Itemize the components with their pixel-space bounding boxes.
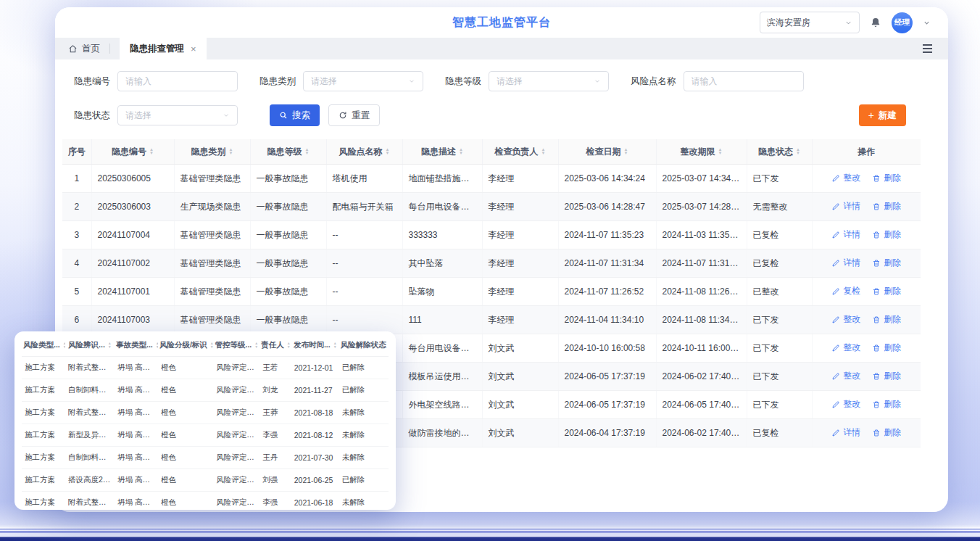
edit-action-link[interactable]: 详情 xyxy=(831,200,860,212)
hazard-level-select[interactable]: 请选择 xyxy=(489,71,609,91)
user-menu-chevron-icon[interactable] xyxy=(923,19,931,27)
edit-action-link[interactable]: 复检 xyxy=(831,285,860,297)
edit-action-link[interactable]: 整改 xyxy=(831,398,860,410)
hazard-cell: -- xyxy=(326,221,402,249)
column-header[interactable]: 整改期限▲▼ xyxy=(656,139,747,165)
sort-icon[interactable]: ▲▼ xyxy=(459,148,463,155)
column-header[interactable]: 隐患等级▲▼ xyxy=(250,139,326,165)
action-label: 删除 xyxy=(884,313,901,326)
hazard-status-select[interactable]: 请选择 xyxy=(117,105,238,125)
delete-action-link[interactable]: 删除 xyxy=(872,257,901,269)
column-header[interactable]: 事故类型...▲▼ xyxy=(115,334,158,357)
delete-action-link[interactable]: 删除 xyxy=(872,342,901,354)
risk-cell: 风险评定二级 xyxy=(213,447,259,469)
notification-bell-icon[interactable] xyxy=(870,17,881,28)
hazard-cell: 2024-11-07 11:31:34 xyxy=(656,249,747,278)
hazard-cell: 基础管理类隐患 xyxy=(174,306,250,334)
chevron-down-icon xyxy=(223,112,230,119)
sort-icon[interactable]: ▲▼ xyxy=(149,148,154,155)
delete-action-link[interactable]: 删除 xyxy=(872,313,901,326)
sort-icon[interactable]: ▲▼ xyxy=(156,342,158,348)
column-header[interactable]: 风险辨识...▲▼ xyxy=(65,334,115,357)
hazard-cell: 刘文武 xyxy=(482,334,558,363)
delete-action-link[interactable]: 删除 xyxy=(872,228,901,241)
sort-icon[interactable]: ▲▼ xyxy=(229,148,233,155)
sort-icon[interactable]: ▲▼ xyxy=(386,148,390,155)
column-header[interactable]: 隐患状态▲▼ xyxy=(747,139,812,165)
delete-action-link[interactable]: 删除 xyxy=(872,200,901,212)
edit-action-link[interactable]: 详情 xyxy=(831,426,860,439)
reset-button[interactable]: 重置 xyxy=(328,104,380,126)
hazard-code-input[interactable] xyxy=(117,71,238,91)
tab-bar: 首页 隐患排查管理 × xyxy=(55,38,948,59)
sort-icon[interactable]: ▲▼ xyxy=(254,342,258,348)
column-header[interactable]: 风险类型...▲▼ xyxy=(22,334,65,357)
risk-point-input[interactable] xyxy=(684,71,804,91)
sort-icon[interactable]: ▲▼ xyxy=(624,148,628,155)
create-button[interactable]: + 新建 xyxy=(859,104,906,126)
edit-action-link[interactable]: 整改 xyxy=(831,172,860,184)
tab-active-label: 隐患排查管理 xyxy=(130,43,184,55)
sort-icon[interactable]: ▲▼ xyxy=(541,148,546,155)
edit-action-link[interactable]: 整改 xyxy=(831,370,860,382)
sort-icon[interactable]: ▲▼ xyxy=(305,148,310,155)
column-header[interactable]: 检查日期▲▼ xyxy=(558,139,656,165)
sort-icon[interactable]: ▲▼ xyxy=(718,148,723,155)
column-header-label: 隐患等级 xyxy=(267,146,302,157)
column-header[interactable]: 风险解除状态▲▼ xyxy=(339,334,389,357)
risk-cell: 新型及异型脚 xyxy=(65,424,115,447)
trash-icon xyxy=(872,372,881,381)
sort-icon[interactable]: ▲▼ xyxy=(108,342,112,348)
actions-cell: 复检删除 xyxy=(812,278,921,306)
search-button[interactable]: 搜索 xyxy=(270,104,320,126)
risk-cell: 未解除 xyxy=(339,447,389,469)
tab-close-icon[interactable]: × xyxy=(191,44,196,54)
column-header[interactable]: 风险分级/标识▲▼ xyxy=(158,334,213,357)
edit-action-link[interactable]: 整改 xyxy=(831,342,860,354)
pencil-icon xyxy=(831,174,840,183)
column-header[interactable]: 检查负责人▲▼ xyxy=(482,139,558,165)
column-header[interactable]: 发布时间...▲▼ xyxy=(291,334,339,357)
tab-active[interactable]: 隐患排查管理 × xyxy=(120,38,207,59)
column-header-label: 风险解除状态 xyxy=(341,340,386,349)
hazard-cell: 2024-06-02 17:40:24 xyxy=(656,363,747,391)
edit-action-link[interactable]: 整改 xyxy=(831,313,860,326)
risk-cell: 刘龙 xyxy=(259,379,291,402)
trash-icon xyxy=(872,344,881,352)
hazard-cell: 2024-06-05 17:40:51 xyxy=(656,391,747,419)
edit-action-link[interactable]: 详情 xyxy=(831,257,860,269)
column-header[interactable]: 隐患描述▲▼ xyxy=(402,139,482,165)
filter-form: 隐患编号 隐患类别 请选择 隐患等级 请选择 xyxy=(74,71,921,126)
sort-icon[interactable]: ▲▼ xyxy=(333,342,337,348)
hazard-cell: 20250306005 xyxy=(91,165,174,193)
column-header[interactable]: 隐患编号▲▼ xyxy=(91,139,174,165)
hazard-cell: 2025-03-07 14:34:24 xyxy=(656,165,747,193)
delete-action-link[interactable]: 删除 xyxy=(872,426,901,439)
tab-list-menu-icon[interactable] xyxy=(923,44,932,53)
sort-icon[interactable]: ▲▼ xyxy=(287,342,291,348)
project-select[interactable]: 滨海安置房 xyxy=(760,12,860,33)
action-label: 整改 xyxy=(843,313,860,326)
column-header[interactable]: 责任人▲▼ xyxy=(259,334,291,357)
hazard-category-select[interactable]: 请选择 xyxy=(303,71,423,91)
column-header[interactable]: 风险点名称▲▼ xyxy=(326,139,402,165)
risk-cell: 施工方案 xyxy=(22,379,65,402)
tab-home[interactable]: 首页 xyxy=(68,43,100,55)
delete-action-link[interactable]: 删除 xyxy=(872,398,901,410)
delete-action-link[interactable]: 删除 xyxy=(872,285,901,297)
sort-icon[interactable]: ▲▼ xyxy=(63,342,65,348)
delete-action-link[interactable]: 删除 xyxy=(872,172,901,184)
delete-action-link[interactable]: 删除 xyxy=(872,370,901,382)
hazard-category-label: 隐患类别 xyxy=(259,75,296,88)
edit-action-link[interactable]: 详情 xyxy=(831,228,860,241)
column-header[interactable]: 隐患类别▲▼ xyxy=(174,139,250,165)
sort-icon[interactable]: ▲▼ xyxy=(210,342,213,348)
hazard-table-row: 220250306003生产现场类隐患一般事故隐患配电箱与开关箱每台用电设备应有… xyxy=(62,193,921,221)
action-label: 删除 xyxy=(884,200,901,212)
hazard-cell: 2 xyxy=(62,193,91,221)
hazard-cell: 20241107002 xyxy=(91,249,174,278)
column-header[interactable]: 管控等级...▲▼ xyxy=(213,334,259,357)
user-avatar[interactable]: 经理 xyxy=(892,12,913,33)
sort-icon[interactable]: ▲▼ xyxy=(796,148,800,155)
risk-cell: 未解除 xyxy=(339,424,389,447)
